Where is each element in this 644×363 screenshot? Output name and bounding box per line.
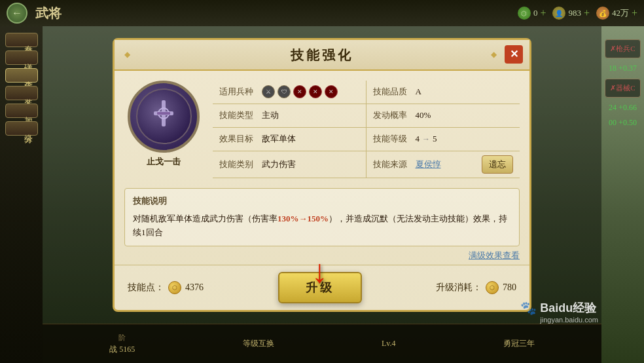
watermark: 🐾 Baidu经验 jingyan.baidu.com bbox=[520, 300, 598, 324]
value-quality: A bbox=[416, 86, 421, 97]
sidebar-tab-equip[interactable]: 装备 bbox=[5, 86, 38, 100]
upgrade-button-container: ↓ 升级 bbox=[278, 272, 362, 303]
label-activate-rate: 发动概率 bbox=[373, 109, 412, 121]
baidu-area: 🐾 Baidu经验 jingyan.baidu.com bbox=[520, 300, 598, 324]
modal-header: 技能强化 ✕ bbox=[115, 40, 529, 71]
sidebar-tab-destiny[interactable]: 缘分 bbox=[5, 121, 38, 136]
skill-points: 技能点： ⬡ 4376 bbox=[128, 281, 204, 294]
info-row-target: 效果目标 敌军单体 bbox=[213, 128, 367, 151]
resource-2-add[interactable]: + bbox=[584, 7, 590, 19]
bottom-levelswap-label: 等级互换 bbox=[243, 338, 274, 349]
right-sidebar: ✗枪兵C 18 +0.37 ✗器械C 24 +0.66 00 +0.50 bbox=[601, 26, 644, 363]
bottom-battle-value: 战 5165 bbox=[109, 344, 135, 355]
value-target: 敌军单体 bbox=[262, 133, 296, 145]
bottom-bar: 阶 战 5165 等级互换 Lv.4 勇冠三年 bbox=[43, 324, 601, 363]
sidebar-tab-points[interactable]: 加点 bbox=[5, 104, 38, 118]
description-section: 技能说明 对随机敌军单体造成武力伤害（伤害率130%→150%），并造成沉默（无… bbox=[124, 188, 520, 247]
value-source[interactable]: 夏侯惇 bbox=[416, 159, 441, 170]
bottom-level-value: Lv.4 bbox=[382, 339, 396, 349]
label-level: 技能等级 bbox=[373, 133, 412, 145]
skill-name: 止戈一击 bbox=[147, 156, 181, 168]
soldier-icons: ⚔ 🛡 ✕ ✕ ✕ bbox=[262, 85, 338, 98]
info-row-skill-type: 技能类型 主动 bbox=[213, 104, 367, 128]
resource-2-icon: 👤 bbox=[552, 7, 565, 20]
label-source: 技能来源 bbox=[373, 159, 412, 170]
skill-icon-symbol bbox=[147, 97, 180, 136]
sidebar-stat-1: 18 +0.37 bbox=[609, 64, 637, 73]
soldier-icon-5: ✕ bbox=[325, 85, 338, 98]
sidebar-tab-fengchu[interactable]: 奉楚 bbox=[5, 33, 38, 47]
skill-strengthen-modal: 技能强化 ✕ bbox=[113, 38, 531, 313]
label-skill-type: 技能类型 bbox=[219, 109, 259, 121]
sidebar-stat-2: 24 +0.66 bbox=[609, 103, 637, 113]
sidebar-tab-detail[interactable]: 详情 bbox=[5, 50, 38, 65]
info-row-activate-rate: 发动概率 40% bbox=[367, 104, 520, 128]
resource-1-icon: ⬡ bbox=[518, 7, 531, 20]
modal-body: 止戈一击 适用兵种 ⚔ 🛡 ✕ ✕ ✕ 技能品质 A bbox=[115, 71, 529, 188]
skill-points-label: 技能点： bbox=[128, 282, 164, 294]
upgrade-cost-label: 升级消耗： bbox=[436, 282, 482, 294]
skill-icon-inner bbox=[136, 88, 192, 144]
info-row-source: 技能来源 夏侯惇 遗忘 bbox=[367, 151, 520, 178]
modal-overlay: 技能强化 ✕ bbox=[43, 26, 601, 324]
resource-2-value: 983 bbox=[568, 8, 581, 18]
resource-3-value: 42万 bbox=[612, 7, 629, 19]
value-skill-type: 主动 bbox=[262, 109, 279, 121]
resource-3-icon: 💰 bbox=[596, 7, 609, 20]
resource-1: ⬡ 0 + bbox=[518, 7, 546, 20]
info-grid: 适用兵种 ⚔ 🛡 ✕ ✕ ✕ 技能品质 A 技能类型 主动 bbox=[213, 81, 520, 178]
resource-3-add[interactable]: + bbox=[632, 7, 637, 19]
coin-icon-1: ⬡ bbox=[168, 281, 181, 294]
resource-1-add[interactable]: + bbox=[540, 7, 546, 19]
top-resources: ⬡ 0 + 👤 983 + 💰 42万 + bbox=[518, 7, 637, 20]
bottom-item-levelswap[interactable]: 等级互换 bbox=[243, 338, 274, 349]
info-row-soldier-type: 适用兵种 ⚔ 🛡 ✕ ✕ ✕ bbox=[213, 81, 367, 104]
soldier-icon-1: ⚔ bbox=[262, 85, 275, 98]
resource-1-value: 0 bbox=[533, 8, 538, 18]
soldier-icon-2: 🛡 bbox=[277, 85, 291, 98]
sidebar-right-mech[interactable]: ✗器械C bbox=[605, 79, 641, 98]
value-level: 4→5 bbox=[416, 134, 437, 144]
sidebar-right-spear[interactable]: ✗枪兵C bbox=[605, 39, 641, 58]
page-title: 武将 bbox=[35, 5, 62, 22]
description-title: 技能说明 bbox=[133, 195, 511, 207]
soldier-icon-3: ✕ bbox=[293, 85, 306, 98]
watermark-brand: Baidu经验 bbox=[540, 300, 598, 316]
upgrade-section: 技能点： ⬡ 4376 ↓ 升级 升级消耗： ⬡ 780 bbox=[115, 265, 529, 310]
top-bar: ← 武将 ⬡ 0 + 👤 983 + 💰 42万 + bbox=[0, 0, 644, 26]
bottom-item-level: Lv.4 bbox=[382, 339, 396, 349]
label-quality: 技能品质 bbox=[373, 86, 412, 98]
modal-title: 技能强化 bbox=[291, 48, 353, 62]
watermark-url: jingyan.baidu.com bbox=[540, 316, 598, 324]
skill-points-value: 4376 bbox=[185, 282, 204, 293]
value-activate-rate: 40% bbox=[416, 110, 431, 121]
forget-button[interactable]: 遗忘 bbox=[482, 155, 513, 174]
info-row-quality: 技能品质 A bbox=[367, 81, 520, 104]
coin-icon-2: ⬡ bbox=[486, 281, 499, 294]
close-button[interactable]: ✕ bbox=[505, 45, 523, 64]
soldier-icon-4: ✕ bbox=[309, 85, 322, 98]
upgrade-cost-value: 780 bbox=[503, 282, 516, 293]
desc-text-before: 对随机敌军单体造成武力伤害（伤害率 bbox=[133, 214, 277, 223]
upgrade-cost: 升级消耗： ⬡ 780 bbox=[436, 281, 516, 294]
resource-2: 👤 983 + bbox=[552, 7, 590, 20]
baidu-text: Baidu经验 jingyan.baidu.com bbox=[540, 300, 598, 324]
description-text: 对随机敌军单体造成武力伤害（伤害率130%→150%），并造成沉默（无法发动主动… bbox=[133, 212, 511, 240]
label-soldier-type: 适用兵种 bbox=[219, 86, 259, 98]
info-row-level: 技能等级 4→5 bbox=[367, 128, 520, 151]
sidebar-tab-lixin[interactable]: 李信 bbox=[5, 68, 38, 83]
skill-icon-section: 止戈一击 bbox=[124, 81, 203, 178]
resource-3: 💰 42万 + bbox=[596, 7, 637, 20]
bottom-item-title: 勇冠三年 bbox=[503, 338, 535, 349]
sidebar-stat-3: 00 +0.50 bbox=[609, 118, 637, 128]
value-category: 武力伤害 bbox=[262, 159, 296, 170]
info-row-category: 技能类别 武力伤害 bbox=[213, 151, 367, 178]
skill-icon bbox=[128, 81, 200, 153]
left-sidebar: 奉楚 详情 李信 装备 加点 缘分 bbox=[0, 26, 43, 363]
svg-rect-3 bbox=[157, 112, 170, 115]
bottom-item-battle: 阶 战 5165 bbox=[109, 333, 135, 355]
back-button[interactable]: ← bbox=[7, 3, 27, 24]
bottom-title-value: 勇冠三年 bbox=[503, 338, 535, 349]
red-arrow-icon: ↓ bbox=[312, 252, 328, 290]
baidu-paw-icon: 🐾 bbox=[520, 300, 537, 316]
